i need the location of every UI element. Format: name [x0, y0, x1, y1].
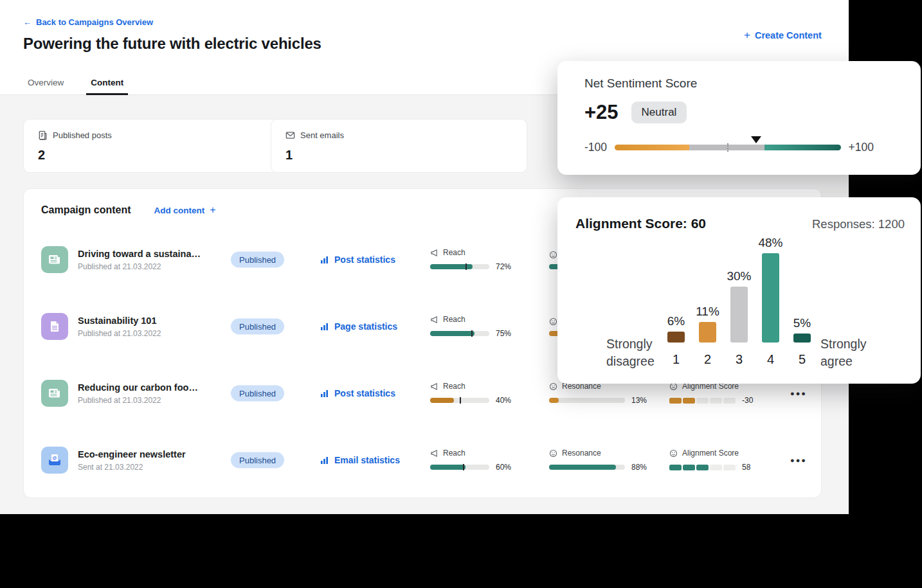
- content-title[interactable]: Driving toward a sustaina…: [78, 249, 222, 259]
- resonance-value: 13%: [631, 396, 647, 405]
- tick-label: 1: [667, 352, 685, 367]
- post-statistics-link[interactable]: Post statistics: [320, 388, 395, 398]
- add-content-label: Add content: [154, 206, 205, 215]
- published-posts-icon: [38, 130, 48, 140]
- reach-metric: Reach 75%: [430, 315, 539, 338]
- tick-label: 3: [730, 352, 748, 367]
- reach-bar: [430, 264, 489, 269]
- chart-column: 11%: [699, 305, 716, 343]
- reach-bar: [430, 465, 489, 470]
- post-statistics-link[interactable]: Post statistics: [320, 254, 395, 265]
- reach-metric: Reach 72%: [430, 248, 539, 271]
- back-arrow-icon: ←: [23, 17, 32, 27]
- content-title-block: Reducing our carbon foo… Published at 21…: [78, 382, 222, 405]
- page-title: Powering the future with electric vehicl…: [23, 35, 321, 53]
- sent-emails-card: Sent emails 1: [271, 119, 527, 173]
- reach-label: Reach: [443, 449, 466, 458]
- resonance-value: 88%: [631, 463, 647, 472]
- reach-value: 75%: [496, 329, 511, 338]
- bar-chart-icon: [320, 322, 329, 331]
- alignment-metric: Alignment Score 58: [669, 449, 779, 472]
- sentiment-positive-segment: [764, 145, 841, 150]
- bar-value-label: 11%: [696, 305, 719, 319]
- row-menu-button[interactable]: ●●●: [790, 456, 807, 464]
- sentiment-scale-max: +100: [849, 141, 874, 154]
- content-date: Published at 21.03.2022: [78, 396, 222, 405]
- reach-label: Reach: [443, 382, 466, 391]
- alignment-value: 58: [742, 463, 750, 472]
- content-title-block: Sustainability 101 Published at 21.03.20…: [78, 316, 222, 338]
- bar-chart-icon: [320, 255, 329, 264]
- sentiment-title: Net Sentiment Score: [584, 76, 697, 91]
- reach-icon: [430, 382, 438, 391]
- newsletter-icon: @: [41, 447, 68, 474]
- status-badge: Published: [231, 386, 284, 402]
- axis-label-strongly-agree: Strongly agree: [820, 335, 867, 370]
- back-to-campaigns-link[interactable]: ← Back to Campaigns Overview: [23, 17, 153, 27]
- reach-metric: Reach 40%: [430, 382, 539, 405]
- reach-value: 72%: [496, 262, 511, 271]
- bar-value-label: 5%: [793, 316, 811, 330]
- sentiment-neutral-segment: [689, 145, 764, 150]
- stat-label: Published posts: [53, 130, 112, 140]
- stat-link-label: Post statistics: [334, 388, 395, 398]
- alignment-card-title: Alignment Score: 60: [575, 216, 706, 231]
- status-badge: Published: [231, 252, 284, 268]
- chart-bar: [793, 334, 811, 343]
- sentiment-scale-min: -100: [584, 141, 607, 154]
- stat-link-label: Post statistics: [334, 254, 395, 265]
- email-statistics-link[interactable]: Email statistics: [320, 455, 400, 465]
- content-date: Published at 21.03.2022: [78, 329, 222, 338]
- resonance-bar: [549, 398, 625, 403]
- sentiment-score-value: +25: [584, 101, 619, 124]
- bar-chart-icon: [320, 389, 329, 398]
- status-badge: Published: [231, 319, 284, 335]
- bar-value-label: 30%: [727, 269, 751, 283]
- reach-value: 60%: [496, 463, 511, 472]
- create-content-button[interactable]: + Create Content: [744, 29, 822, 42]
- content-title[interactable]: Sustainability 101: [78, 316, 222, 326]
- reach-label: Reach: [443, 248, 466, 257]
- chart-tick-labels: 1 2 3 4 5: [667, 352, 811, 367]
- sentiment-marker: [751, 136, 761, 143]
- resonance-sad-icon: [549, 382, 557, 391]
- reach-value: 40%: [496, 396, 511, 405]
- content-title[interactable]: Eco-engineer newsletter: [78, 449, 222, 459]
- create-content-label: Create Content: [755, 30, 822, 40]
- resonance-smiley-icon: [549, 317, 557, 326]
- chart-column: 30%: [730, 269, 748, 343]
- reach-icon: [430, 449, 438, 458]
- tab-overview[interactable]: Overview: [28, 71, 64, 94]
- resonance-label: Resonance: [562, 449, 601, 458]
- resonance-metric: Resonance 13%: [549, 382, 658, 405]
- published-posts-card: Published posts 2: [23, 119, 280, 173]
- reach-label: Reach: [443, 315, 466, 324]
- tab-content[interactable]: Content: [91, 71, 123, 94]
- tick-label: 4: [762, 352, 779, 367]
- content-title[interactable]: Reducing our carbon foo…: [78, 382, 222, 393]
- page-statistics-link[interactable]: Page statistics: [320, 321, 397, 332]
- bar-chart-icon: [320, 456, 329, 465]
- reach-bar: [430, 331, 489, 336]
- row-menu-button[interactable]: ●●●: [790, 389, 807, 397]
- alignment-bar-chart: 6% 11% 30% 48% 5%: [667, 236, 811, 343]
- axis-label-strongly-disagree: Strongly disagree: [606, 335, 655, 370]
- resonance-metric: Resonance 88%: [549, 449, 658, 472]
- add-content-button[interactable]: Add content +: [154, 204, 216, 216]
- content-date: Published at 21.03.2022: [78, 262, 222, 271]
- content-row-eco-newsletter: @ Eco-engineer newsletter Sent at 21.03.…: [24, 438, 821, 482]
- sentiment-negative-segment: [615, 145, 689, 150]
- alignment-value: -30: [742, 396, 753, 405]
- resonance-bar: [549, 465, 625, 470]
- chart-column: 6%: [667, 314, 685, 343]
- chart-column: 5%: [793, 316, 811, 343]
- alignment-segment-bar: [669, 465, 736, 470]
- sentiment-badge: Neutral: [631, 102, 687, 123]
- stat-label: Sent emails: [300, 130, 344, 140]
- chart-bar: [699, 322, 716, 343]
- tick-label: 5: [793, 352, 811, 367]
- sentiment-gauge-bar: [615, 145, 841, 150]
- plus-icon: +: [210, 204, 215, 216]
- back-link-label: Back to Campaigns Overview: [36, 17, 153, 27]
- bar-value-label: 6%: [667, 314, 685, 328]
